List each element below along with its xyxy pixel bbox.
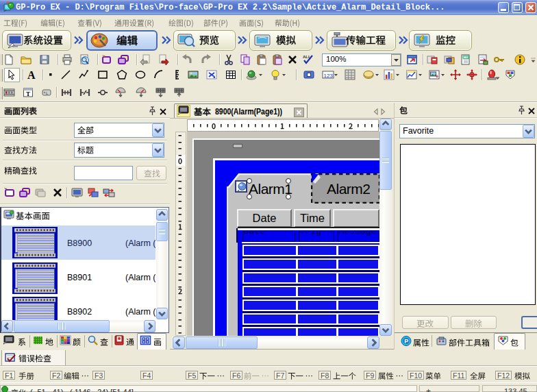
svg-text:A: A bbox=[27, 69, 36, 80]
svg-text:CSV: CSV bbox=[464, 56, 470, 60]
svg-text:T: T bbox=[26, 90, 30, 97]
svg-text:L: L bbox=[46, 91, 48, 95]
svg-text:123: 123 bbox=[324, 73, 334, 79]
svg-text:P: P bbox=[404, 338, 408, 345]
